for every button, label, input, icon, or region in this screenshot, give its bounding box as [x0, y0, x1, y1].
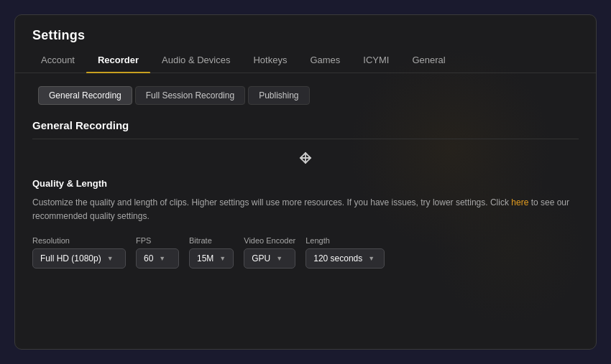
tab-account[interactable]: Account [29, 49, 86, 73]
title-bar: Settings [15, 15, 596, 49]
bitrate-label: Bitrate [189, 236, 234, 245]
tab-icymi[interactable]: ICYMI [352, 49, 400, 73]
content-area: General Recording Full Session Recording… [15, 73, 596, 349]
nav-tabs: Account Recorder Audio & Devices Hotkeys… [15, 49, 596, 73]
sub-tabs-bar: General Recording Full Session Recording… [32, 86, 579, 105]
tab-audio-devices[interactable]: Audio & Devices [150, 49, 242, 73]
fps-label: FPS [136, 236, 179, 245]
length-arrow: ▼ [368, 255, 375, 262]
resolution-group: Resolution Full HD (1080p) ▼ [32, 236, 126, 269]
settings-window: Settings Account Recorder Audio & Device… [14, 14, 597, 350]
sub-tab-full-session-recording[interactable]: Full Session Recording [135, 86, 245, 105]
resolution-arrow: ▼ [107, 255, 114, 262]
fps-arrow: ▼ [159, 255, 165, 262]
tab-general[interactable]: General [400, 49, 456, 73]
video-encoder-dropdown[interactable]: GPU ▼ [244, 248, 295, 269]
resolution-label: Resolution [32, 236, 126, 245]
tab-games[interactable]: Games [298, 49, 352, 73]
quality-section-heading: Quality & Length [32, 178, 579, 189]
video-encoder-arrow: ▼ [276, 255, 282, 262]
bitrate-dropdown[interactable]: 15M ▼ [189, 248, 234, 269]
length-label: Length [306, 236, 385, 245]
fps-dropdown[interactable]: 60 ▼ [136, 248, 179, 269]
bitrate-arrow: ▼ [219, 255, 226, 262]
tab-hotkeys[interactable]: Hotkeys [242, 49, 298, 73]
dropdowns-row: Resolution Full HD (1080p) ▼ FPS 60 ▼ Bi… [32, 236, 579, 269]
tab-recorder[interactable]: Recorder [86, 49, 150, 73]
fps-group: FPS 60 ▼ [136, 236, 179, 269]
quality-description: Customize the quality and length of clip… [32, 196, 579, 223]
length-group: Length 120 seconds ▼ [306, 236, 385, 269]
bitrate-group: Bitrate 15M ▼ [189, 236, 234, 269]
quality-settings-link[interactable]: here [511, 197, 528, 207]
section-title: General Recording [32, 119, 579, 139]
length-dropdown[interactable]: 120 seconds ▼ [306, 248, 385, 269]
window-title: Settings [32, 28, 85, 42]
resolution-dropdown[interactable]: Full HD (1080p) ▼ [32, 248, 126, 269]
video-encoder-group: Video Encoder GPU ▼ [244, 236, 295, 269]
sub-tab-publishing[interactable]: Publishing [248, 86, 309, 105]
sub-tab-general-recording[interactable]: General Recording [38, 86, 132, 105]
move-cursor-icon [32, 149, 579, 167]
video-encoder-label: Video Encoder [244, 236, 295, 245]
